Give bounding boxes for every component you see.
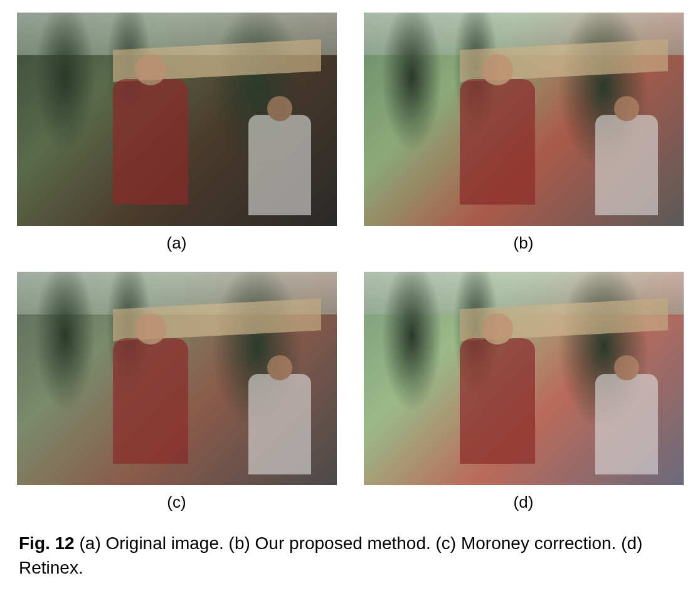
caption-part-a: (a) Original image. [79,533,223,553]
sublabel-d: (d) [514,493,534,512]
image-c-moroney [17,272,337,485]
scene-content [364,13,684,226]
image-d-retinex [364,272,684,485]
image-a-original [17,13,337,226]
scene-content [17,272,337,485]
image-b-proposed [364,13,684,226]
subfigure-c: (c) [13,272,341,512]
figure-container: (a) (b) [13,13,687,580]
subfigure-a: (a) [13,13,341,253]
sublabel-b: (b) [514,233,534,253]
figure-caption: Fig. 12 (a) Original image. (b) Our prop… [13,531,687,580]
subfigure-b: (b) [359,13,687,253]
scene-content [17,13,337,226]
scene-content [364,272,684,485]
figure-label: Fig. 12 [19,533,75,553]
sublabel-a: (a) [167,233,187,253]
subfigure-d: (d) [359,272,687,512]
caption-part-c: (c) Moroney correction. [436,533,617,553]
sublabel-c: (c) [167,493,186,512]
image-grid: (a) (b) [13,13,687,512]
caption-part-b: (b) Our proposed method. [229,533,431,553]
